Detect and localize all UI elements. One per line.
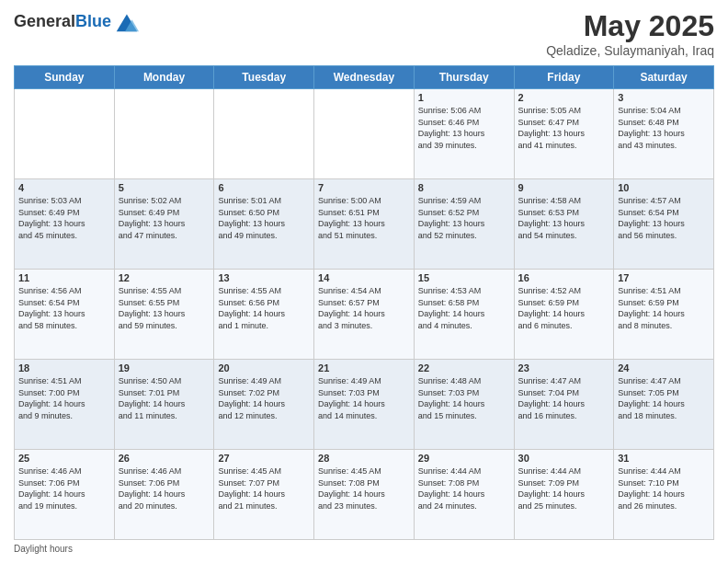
calendar-cell — [15, 89, 115, 179]
day-number: 24 — [618, 362, 710, 373]
day-info: Sunrise: 4:59 AM Sunset: 6:52 PM Dayligh… — [418, 195, 510, 241]
day-number: 29 — [418, 453, 510, 464]
day-info: Sunrise: 4:58 AM Sunset: 6:53 PM Dayligh… — [518, 195, 610, 241]
day-number: 14 — [318, 272, 410, 283]
weekday-header-row: SundayMondayTuesdayWednesdayThursdayFrid… — [15, 66, 714, 89]
day-info: Sunrise: 4:47 AM Sunset: 7:04 PM Dayligh… — [518, 375, 610, 421]
day-info: Sunrise: 4:53 AM Sunset: 6:58 PM Dayligh… — [418, 285, 510, 331]
day-info: Sunrise: 4:48 AM Sunset: 7:03 PM Dayligh… — [418, 375, 510, 421]
calendar-cell — [314, 89, 415, 179]
day-number: 6 — [218, 182, 310, 193]
calendar-cell: 19Sunrise: 4:50 AM Sunset: 7:01 PM Dayli… — [114, 360, 214, 450]
day-info: Sunrise: 4:49 AM Sunset: 7:03 PM Dayligh… — [318, 375, 410, 421]
day-number: 18 — [18, 362, 110, 373]
weekday-header-monday: Monday — [114, 66, 214, 89]
page: GeneralBlue May 2025 Qeladize, Sulaymani… — [0, 0, 728, 563]
day-number: 10 — [618, 182, 710, 193]
calendar-cell: 30Sunrise: 4:44 AM Sunset: 7:09 PM Dayli… — [514, 450, 614, 540]
day-info: Sunrise: 4:47 AM Sunset: 7:05 PM Dayligh… — [618, 375, 710, 421]
week-row-1: 1Sunrise: 5:06 AM Sunset: 6:46 PM Daylig… — [15, 89, 714, 179]
calendar-cell: 27Sunrise: 4:45 AM Sunset: 7:07 PM Dayli… — [214, 450, 314, 540]
day-info: Sunrise: 4:50 AM Sunset: 7:01 PM Dayligh… — [119, 375, 210, 421]
day-number: 20 — [218, 362, 310, 373]
day-info: Sunrise: 5:06 AM Sunset: 6:46 PM Dayligh… — [418, 105, 510, 151]
day-info: Sunrise: 4:46 AM Sunset: 7:06 PM Dayligh… — [119, 465, 210, 511]
day-number: 7 — [318, 182, 410, 193]
calendar-cell: 16Sunrise: 4:52 AM Sunset: 6:59 PM Dayli… — [514, 270, 614, 360]
day-number: 3 — [618, 92, 710, 103]
calendar-table: SundayMondayTuesdayWednesdayThursdayFrid… — [14, 65, 714, 540]
calendar-cell: 24Sunrise: 4:47 AM Sunset: 7:05 PM Dayli… — [614, 360, 714, 450]
day-info: Sunrise: 4:44 AM Sunset: 7:08 PM Dayligh… — [418, 465, 510, 511]
logo-text: GeneralBlue — [14, 13, 111, 31]
day-info: Sunrise: 4:55 AM Sunset: 6:56 PM Dayligh… — [218, 285, 310, 331]
calendar-cell: 26Sunrise: 4:46 AM Sunset: 7:06 PM Dayli… — [114, 450, 214, 540]
day-number: 4 — [18, 182, 110, 193]
calendar-cell — [214, 89, 314, 179]
calendar-cell: 15Sunrise: 4:53 AM Sunset: 6:58 PM Dayli… — [414, 270, 514, 360]
calendar-cell: 14Sunrise: 4:54 AM Sunset: 6:57 PM Dayli… — [314, 270, 415, 360]
calendar-cell: 31Sunrise: 4:44 AM Sunset: 7:10 PM Dayli… — [614, 450, 714, 540]
day-info: Sunrise: 4:45 AM Sunset: 7:08 PM Dayligh… — [318, 465, 410, 511]
calendar-cell: 6Sunrise: 5:01 AM Sunset: 6:50 PM Daylig… — [214, 179, 314, 270]
logo-general: General — [14, 12, 75, 30]
day-number: 2 — [518, 92, 610, 103]
day-number: 1 — [418, 92, 510, 103]
logo-icon — [113, 9, 139, 35]
calendar-cell: 25Sunrise: 4:46 AM Sunset: 7:06 PM Dayli… — [15, 450, 115, 540]
day-info: Sunrise: 4:51 AM Sunset: 7:00 PM Dayligh… — [18, 375, 110, 421]
day-info: Sunrise: 4:54 AM Sunset: 6:57 PM Dayligh… — [318, 285, 410, 331]
day-number: 31 — [618, 453, 710, 464]
calendar-cell: 20Sunrise: 4:49 AM Sunset: 7:02 PM Dayli… — [214, 360, 314, 450]
day-number: 28 — [318, 453, 410, 464]
calendar-cell: 12Sunrise: 4:55 AM Sunset: 6:55 PM Dayli… — [114, 270, 214, 360]
day-info: Sunrise: 4:55 AM Sunset: 6:55 PM Dayligh… — [119, 285, 210, 331]
logo: GeneralBlue — [14, 9, 139, 35]
calendar-cell: 29Sunrise: 4:44 AM Sunset: 7:08 PM Dayli… — [414, 450, 514, 540]
day-info: Sunrise: 5:05 AM Sunset: 6:47 PM Dayligh… — [518, 105, 610, 151]
day-number: 27 — [218, 453, 310, 464]
day-info: Sunrise: 4:44 AM Sunset: 7:09 PM Dayligh… — [518, 465, 610, 511]
daylight-label: Daylight hours — [14, 544, 73, 554]
day-info: Sunrise: 4:51 AM Sunset: 6:59 PM Dayligh… — [618, 285, 710, 331]
footer-note: Daylight hours — [14, 544, 714, 554]
day-number: 15 — [418, 272, 510, 283]
calendar-cell: 21Sunrise: 4:49 AM Sunset: 7:03 PM Dayli… — [314, 360, 415, 450]
calendar-subtitle: Qeladize, Sulaymaniyah, Iraq — [546, 43, 714, 58]
calendar-cell: 23Sunrise: 4:47 AM Sunset: 7:04 PM Dayli… — [514, 360, 614, 450]
day-info: Sunrise: 4:52 AM Sunset: 6:59 PM Dayligh… — [518, 285, 610, 331]
calendar-cell: 28Sunrise: 4:45 AM Sunset: 7:08 PM Dayli… — [314, 450, 415, 540]
day-number: 5 — [119, 182, 210, 193]
week-row-5: 25Sunrise: 4:46 AM Sunset: 7:06 PM Dayli… — [15, 450, 714, 540]
calendar-title: May 2025 — [546, 9, 714, 43]
calendar-cell — [114, 89, 214, 179]
calendar-cell: 17Sunrise: 4:51 AM Sunset: 6:59 PM Dayli… — [614, 270, 714, 360]
calendar-cell: 10Sunrise: 4:57 AM Sunset: 6:54 PM Dayli… — [614, 179, 714, 270]
weekday-header-tuesday: Tuesday — [214, 66, 314, 89]
calendar-cell: 7Sunrise: 5:00 AM Sunset: 6:51 PM Daylig… — [314, 179, 415, 270]
calendar-cell: 9Sunrise: 4:58 AM Sunset: 6:53 PM Daylig… — [514, 179, 614, 270]
calendar-cell: 11Sunrise: 4:56 AM Sunset: 6:54 PM Dayli… — [15, 270, 115, 360]
day-number: 11 — [18, 272, 110, 283]
week-row-4: 18Sunrise: 4:51 AM Sunset: 7:00 PM Dayli… — [15, 360, 714, 450]
day-info: Sunrise: 4:44 AM Sunset: 7:10 PM Dayligh… — [618, 465, 710, 511]
day-info: Sunrise: 4:46 AM Sunset: 7:06 PM Dayligh… — [18, 465, 110, 511]
calendar-cell: 5Sunrise: 5:02 AM Sunset: 6:49 PM Daylig… — [114, 179, 214, 270]
weekday-header-thursday: Thursday — [414, 66, 514, 89]
day-info: Sunrise: 5:01 AM Sunset: 6:50 PM Dayligh… — [218, 195, 310, 241]
calendar-cell: 1Sunrise: 5:06 AM Sunset: 6:46 PM Daylig… — [414, 89, 514, 179]
day-number: 19 — [119, 362, 210, 373]
day-number: 25 — [18, 453, 110, 464]
logo-blue: Blue — [75, 12, 111, 30]
day-info: Sunrise: 5:02 AM Sunset: 6:49 PM Dayligh… — [119, 195, 210, 241]
day-info: Sunrise: 4:49 AM Sunset: 7:02 PM Dayligh… — [218, 375, 310, 421]
day-info: Sunrise: 5:00 AM Sunset: 6:51 PM Dayligh… — [318, 195, 410, 241]
day-number: 22 — [418, 362, 510, 373]
calendar-cell: 2Sunrise: 5:05 AM Sunset: 6:47 PM Daylig… — [514, 89, 614, 179]
day-number: 12 — [119, 272, 210, 283]
calendar-cell: 22Sunrise: 4:48 AM Sunset: 7:03 PM Dayli… — [414, 360, 514, 450]
day-number: 13 — [218, 272, 310, 283]
day-info: Sunrise: 4:57 AM Sunset: 6:54 PM Dayligh… — [618, 195, 710, 241]
week-row-3: 11Sunrise: 4:56 AM Sunset: 6:54 PM Dayli… — [15, 270, 714, 360]
header: GeneralBlue May 2025 Qeladize, Sulaymani… — [14, 9, 714, 58]
